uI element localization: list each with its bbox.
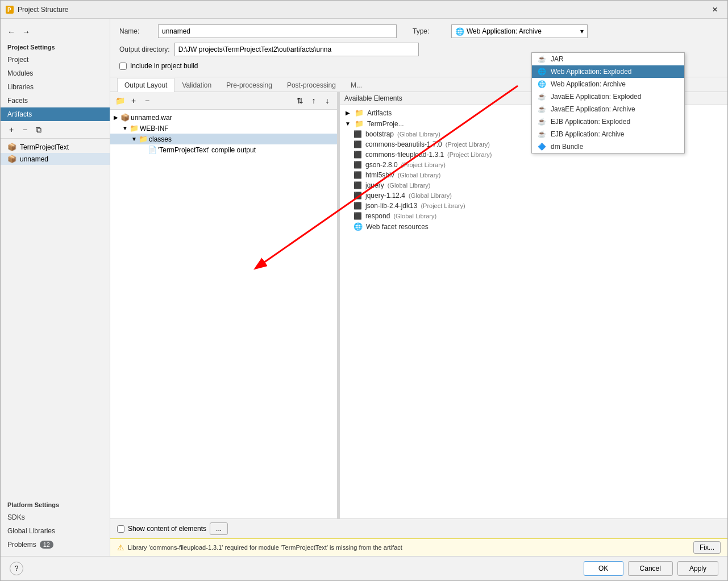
sidebar-item-artifacts[interactable]: Artifacts — [1, 107, 110, 121]
tree-down-button[interactable]: ↓ — [321, 94, 334, 107]
lib-icon: ⬛ — [353, 181, 362, 189]
artifact-item-unnamed[interactable]: 📦 unnamed — [1, 153, 110, 165]
output-dir-label: Output directory: — [119, 45, 170, 53]
tree-add-button[interactable]: + — [127, 94, 140, 107]
sidebar-item-libraries[interactable]: Libraries — [1, 80, 110, 94]
sidebar-item-project[interactable]: Project — [1, 53, 110, 67]
cancel-button[interactable]: Cancel — [628, 561, 673, 576]
web-facet-icon: 🌐 — [353, 222, 363, 231]
dropdown-item-web-archive[interactable]: 🌐 Web Application: Archive — [532, 78, 684, 90]
tree-sort-button[interactable]: ⇅ — [294, 94, 306, 107]
fix-button[interactable]: Fix... — [693, 541, 721, 554]
apply-button[interactable]: Apply — [677, 561, 718, 576]
bottom-bar: Show content of elements ... — [110, 518, 727, 538]
problems-section[interactable]: Problems 12 — [1, 538, 110, 551]
tree-item-classes[interactable]: ▼ 📁 classes — [110, 134, 337, 144]
available-item-html5shiv[interactable]: ⬛ html5shiv (Global Library) — [340, 170, 727, 180]
dropdown-item-javaee-archive[interactable]: ☕ JavaEE Application: Archive — [532, 103, 684, 115]
type-label: Type: — [413, 27, 447, 35]
include-build-label: Include in project build — [130, 62, 198, 70]
artifact-icon: 📦 — [7, 155, 16, 163]
tree-panel: 📁 + − ⇅ ↑ — [110, 92, 338, 518]
dm-bundle-icon: 🔷 — [538, 143, 546, 151]
titlebar: P Project Structure ✕ — [1, 1, 727, 19]
available-content: ▶ 📁 Artifacts ▼ 📁 TermProje... — [340, 105, 727, 518]
available-item-web-facet[interactable]: 🌐 Web facet resources — [340, 221, 727, 232]
available-item-jquery[interactable]: ⬛ jquery (Global Library) — [340, 180, 727, 190]
available-item-json-lib[interactable]: ⬛ json-lib-2.4-jdk13 (Project Library) — [340, 201, 727, 211]
name-row: Name: Type: 🌐 Web Application: Archive ▾ — [119, 24, 718, 38]
dropdown-item-javaee-exploded[interactable]: ☕ JavaEE Application: Exploded — [532, 90, 684, 103]
folder-icon: 📁 — [355, 119, 364, 128]
app-icon: P — [5, 5, 14, 14]
copy-artifact-button[interactable]: ⧉ — [32, 123, 45, 136]
tab-pre-processing[interactable]: Pre-processing — [219, 78, 280, 92]
sidebar-item-global-libraries[interactable]: Global Libraries — [1, 524, 110, 538]
tree-arrow-icon: ▶ — [344, 110, 351, 116]
lib-icon: ⬛ — [353, 130, 362, 138]
tree-arrow-icon: ▶ — [113, 114, 119, 121]
folder-icon: 📁 — [115, 96, 125, 105]
dropdown-item-jar[interactable]: ☕ JAR — [532, 53, 684, 65]
show-content-label: Show content of elements — [128, 525, 206, 533]
tree-remove-button[interactable]: − — [141, 94, 153, 107]
show-content-checkbox[interactable] — [117, 525, 124, 533]
remove-artifact-button[interactable]: − — [19, 123, 31, 136]
available-item-respond[interactable]: ⬛ respond (Global Library) — [340, 211, 727, 221]
project-structure-window: P Project Structure ✕ ← → Project Settin… — [0, 0, 728, 581]
lib-icon: ⬛ — [353, 161, 362, 169]
tree-arrow-icon: ▼ — [344, 121, 351, 127]
lib-icon: ⬛ — [353, 212, 362, 220]
tab-validation[interactable]: Validation — [174, 78, 219, 92]
close-button[interactable]: ✕ — [707, 2, 723, 18]
jar-icon: ☕ — [538, 55, 546, 63]
compile-output-icon: 📄 — [148, 146, 157, 154]
javaee-exploded-icon: ☕ — [538, 93, 546, 101]
lib-icon: ⬛ — [353, 171, 362, 179]
sidebar-item-modules[interactable]: Modules — [1, 67, 110, 80]
sidebar-item-sdks[interactable]: SDKs — [1, 511, 110, 524]
javaee-archive-icon: ☕ — [538, 105, 546, 113]
lib-icon: ⬛ — [353, 140, 362, 148]
lib-icon: ⬛ — [353, 151, 362, 159]
tab-post-processing[interactable]: Post-processing — [280, 78, 343, 92]
available-item-gson[interactable]: ⬛ gson-2.8.0 (Project Library) — [340, 160, 727, 170]
warning-text: Library 'commons-fileupload-1.3.1' requi… — [128, 544, 690, 551]
tab-output-layout[interactable]: Output Layout — [117, 78, 174, 92]
dropdown-item-web-exploded[interactable]: 🌐 Web Application: Exploded — [532, 65, 684, 78]
split-area: 📁 + − ⇅ ↑ — [110, 92, 727, 518]
tree-item-unnamed-war[interactable]: ▶ 📦 unnamed.war — [110, 112, 337, 123]
tree-up-button[interactable]: ↑ — [307, 94, 320, 107]
tree-arrow-icon: ▼ — [131, 136, 138, 142]
name-input[interactable] — [158, 24, 397, 38]
name-label: Name: — [119, 27, 153, 35]
tab-manifest[interactable]: M... — [343, 78, 369, 92]
ok-button[interactable]: OK — [584, 561, 623, 576]
dropdown-item-ejb-exploded[interactable]: ☕ EJB Application: Exploded — [532, 115, 684, 128]
dropdown-item-dm-bundle[interactable]: 🔷 dm Bundle — [532, 140, 684, 153]
include-build-checkbox[interactable] — [119, 63, 127, 70]
dots-button[interactable]: ... — [210, 522, 228, 535]
artifact-item-termprojecttext[interactable]: 📦 TermProjectText — [1, 141, 110, 153]
ejb-exploded-icon: ☕ — [538, 118, 546, 126]
output-dir-input[interactable] — [174, 43, 419, 56]
tree-item-compile-output[interactable]: ▶ 📄 'TermProjectText' compile output — [110, 144, 337, 155]
dialog-footer: ? OK Cancel Apply — [1, 556, 727, 580]
help-button[interactable]: ? — [10, 562, 23, 575]
dropdown-item-ejb-archive[interactable]: ☕ EJB Application: Archive — [532, 128, 684, 140]
nav-forward-button[interactable]: → — [20, 26, 32, 38]
window-title: Project Structure — [18, 6, 707, 14]
web-archive-icon: 🌐 — [538, 80, 546, 88]
artifact-toolbar: + − ⧉ — [1, 121, 110, 139]
sidebar-item-facets[interactable]: Facets — [1, 94, 110, 107]
problems-badge: 12 — [40, 541, 53, 549]
type-dropdown[interactable]: 🌐 Web Application: Archive ▾ — [451, 24, 588, 38]
add-artifact-button[interactable]: + — [5, 123, 18, 136]
tree-toolbar: 📁 + − ⇅ ↑ — [110, 92, 337, 110]
nav-back-button[interactable]: ← — [5, 26, 18, 38]
war-icon: 📦 — [120, 113, 130, 122]
artifact-list: 📦 TermProjectText 📦 unnamed — [1, 139, 110, 167]
tree-folder-button[interactable]: 📁 — [114, 94, 126, 107]
tree-item-web-inf[interactable]: ▼ 📁 WEB-INF — [110, 123, 337, 134]
available-item-jquery-1124[interactable]: ⬛ jquery-1.12.4 (Global Library) — [340, 190, 727, 201]
